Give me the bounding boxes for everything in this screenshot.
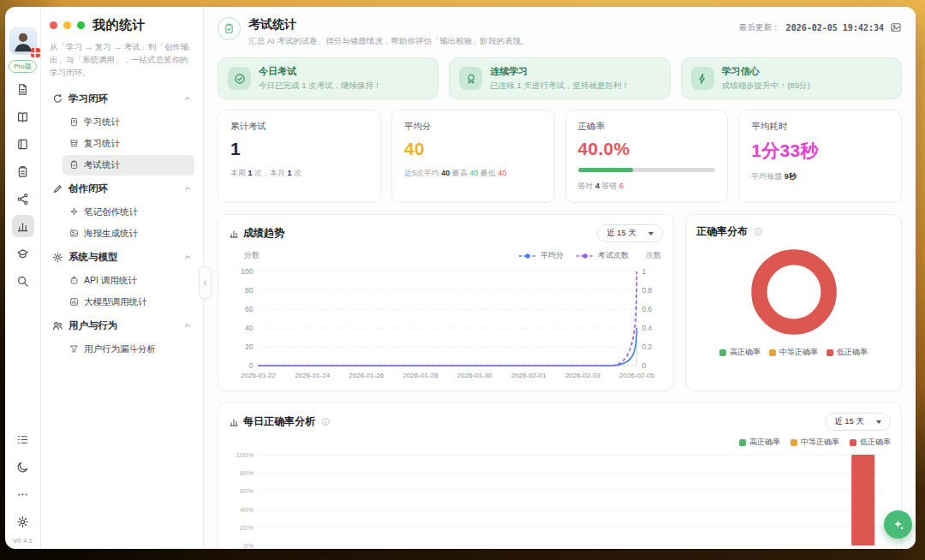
chart-title: 正确率分布 xyxy=(696,224,748,239)
bolt-icon xyxy=(691,67,714,90)
legend-item: 高正确率 xyxy=(739,437,780,448)
sidebar-item-0-2[interactable]: 考试统计 xyxy=(63,155,194,176)
ai-assistant-fab[interactable] xyxy=(884,510,912,539)
journal-icon[interactable] xyxy=(12,133,34,155)
sidebar-item-label: 学习统计 xyxy=(84,116,120,128)
svg-text:0: 0 xyxy=(249,361,254,370)
svg-text:100: 100 xyxy=(241,267,253,276)
sidebar-item-0-0[interactable]: 学习统计 xyxy=(63,112,194,133)
stat-subtext: 平均每题 9秒 xyxy=(751,171,889,182)
model-icon xyxy=(69,297,79,307)
sidebar-item-0-1[interactable]: 复习统计 xyxy=(63,134,194,154)
legend-item: 平均分 xyxy=(518,250,564,261)
stat-cards: 累计考试1本周 1 次，本月 1 次平均分40近5次平均 40 最高 40 最低… xyxy=(218,110,902,203)
pro-badge: Pro版 xyxy=(9,60,36,73)
settings-icon[interactable] xyxy=(12,510,34,533)
accuracy-donut-chart xyxy=(696,242,891,342)
progress-fill xyxy=(578,168,633,172)
minimize-button[interactable] xyxy=(63,21,71,29)
users-icon xyxy=(52,320,63,331)
sidebar-item-2-0[interactable]: API 调用统计 xyxy=(63,271,194,291)
menu-group-label: 学习闭环 xyxy=(69,92,108,105)
stat-label: 正确率 xyxy=(578,121,716,133)
pen-icon xyxy=(52,183,63,194)
legend-item: 低正确率 xyxy=(827,347,868,358)
stat-subtext: 本周 1 次，本月 1 次 xyxy=(230,168,368,179)
menu-group-label: 创作闭环 xyxy=(69,182,108,195)
clipboard-icon[interactable] xyxy=(12,160,34,182)
legend-item: 考试次数 xyxy=(576,250,629,261)
stat-subtext: 答对 4 答错 6 xyxy=(578,181,716,192)
file-document-icon[interactable] xyxy=(12,78,34,100)
sidebar-item-label: API 调用统计 xyxy=(84,275,137,287)
graduation-cap-icon[interactable] xyxy=(12,242,34,265)
svg-text:2026-01-26: 2026-01-26 xyxy=(349,372,384,379)
last-updated-value: 2026-02-05 19:42:34 xyxy=(786,23,884,33)
stat-value: 40 xyxy=(404,139,542,159)
sidebar-item-1-0[interactable]: 笔记创作统计 xyxy=(63,202,194,223)
svg-text:60: 60 xyxy=(245,305,254,313)
stat-label: 平均耗时 xyxy=(751,121,889,133)
menu-group-2[interactable]: 系统与模型 xyxy=(50,245,194,270)
close-button[interactable] xyxy=(50,21,57,29)
sidebar-item-3-0[interactable]: 用户行为漏斗分析 xyxy=(63,339,194,360)
sparkle-icon xyxy=(69,207,79,217)
stat-card-total-exams: 累计考试1本周 1 次，本月 1 次 xyxy=(218,110,381,203)
svg-text:0%: 0% xyxy=(243,542,254,549)
svg-text:40: 40 xyxy=(245,324,254,332)
sidebar-item-label: 复习统计 xyxy=(84,138,120,150)
stat-label: 平均分 xyxy=(404,121,542,133)
range-select[interactable]: 近 15 天 xyxy=(597,224,663,242)
share-icon[interactable] xyxy=(12,188,34,210)
chart-title: 每日正确率分析 xyxy=(243,414,315,429)
sidebar-item-2-1[interactable]: 大模型调用统计 xyxy=(63,292,194,313)
stat-card-accuracy: 正确率40.0%答对 4 答错 6 xyxy=(565,110,729,203)
cycle-icon xyxy=(52,93,63,104)
banner-1: 连续学习已连续 1 天进行考试，坚持就是胜利！ xyxy=(449,57,670,99)
sidebar-item-label: 大模型调用统计 xyxy=(84,296,147,308)
sidebar-item-label: 用户行为漏斗分析 xyxy=(84,343,156,355)
info-icon[interactable] xyxy=(321,417,331,426)
funnel-icon xyxy=(69,344,79,354)
svg-text:2026-02-03: 2026-02-03 xyxy=(565,372,600,379)
moon-icon[interactable] xyxy=(12,456,34,478)
range-select[interactable]: 近 15 天 xyxy=(825,413,891,431)
main-content: 考试统计 汇总 AI 考试的试卷、得分与错题情况，帮助你评估「输出检验」阶段的表… xyxy=(204,7,916,549)
sidebar-collapse-handle[interactable] xyxy=(199,266,212,299)
sidebar: 我的统计 从「学习 → 复习 → 考试」到「创作输出」与「系统调用」，一站式总览… xyxy=(41,7,204,549)
svg-text:60%: 60% xyxy=(240,487,254,495)
banner-2: 学习信心成绩稳步提升中 ↑ (85分) xyxy=(681,57,902,99)
search-icon[interactable] xyxy=(12,270,34,292)
exam-circle-icon xyxy=(218,17,241,40)
banner-0: 今日考试今日已完成 1 次考试，继续保持！ xyxy=(218,57,439,99)
legend-item: 低正确率 xyxy=(850,437,891,448)
chevron-up-icon xyxy=(183,253,192,261)
svg-text:2026-01-30: 2026-01-30 xyxy=(457,372,492,379)
chevron-up-icon xyxy=(183,321,192,330)
sidebar-menu: 学习闭环学习统计复习统计考试统计创作闭环笔记创作统计海报生成统计系统与模型API… xyxy=(50,86,194,360)
banner-text: 今日考试今日已完成 1 次考试，继续保持！ xyxy=(259,65,382,92)
avatar[interactable] xyxy=(9,27,37,55)
page-title: 考试统计 xyxy=(248,17,529,33)
zoom-button[interactable] xyxy=(77,21,85,29)
menu-group-3[interactable]: 用户与行为 xyxy=(50,313,194,338)
svg-text:80: 80 xyxy=(245,286,254,295)
menu-group-0[interactable]: 学习闭环 xyxy=(50,86,194,111)
checklist-icon[interactable] xyxy=(12,428,34,450)
export-image-icon[interactable] xyxy=(890,21,902,33)
trend-legend: 平均分考试次数 xyxy=(506,250,629,261)
accuracy-progress-bar xyxy=(578,168,716,172)
bar-chart-icon[interactable] xyxy=(12,215,34,237)
stat-subtext: 近5次平均 40 最高 40 最低 40 xyxy=(404,168,542,179)
svg-text:100%: 100% xyxy=(236,451,254,459)
info-icon[interactable] xyxy=(754,227,763,236)
sidebar-item-label: 海报生成统计 xyxy=(84,228,138,240)
check-circle-icon xyxy=(228,67,251,90)
chart-title: 成绩趋势 xyxy=(243,226,284,241)
svg-text:2026-01-28: 2026-01-28 xyxy=(403,372,438,379)
book-icon[interactable] xyxy=(12,105,34,128)
sidebar-item-1-1[interactable]: 海报生成统计 xyxy=(63,223,194,244)
legend-item: 中等正确率 xyxy=(769,347,818,358)
menu-group-1[interactable]: 创作闭环 xyxy=(50,176,194,201)
more-options-icon[interactable] xyxy=(12,483,34,505)
